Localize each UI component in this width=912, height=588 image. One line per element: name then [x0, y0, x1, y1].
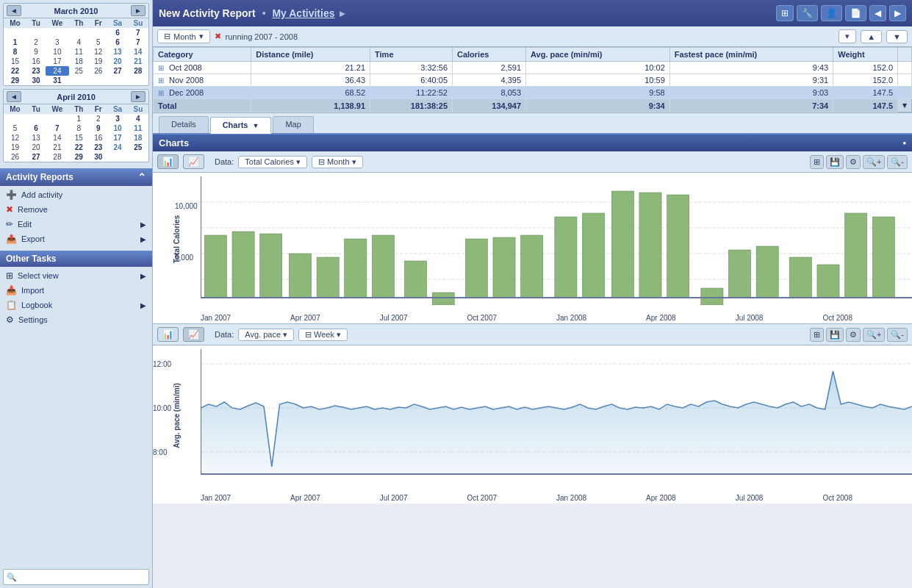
filter-bar: ⊟ Month ▾ ✖ running 2007 - 2008 ▾ ▲ ▼	[153, 26, 912, 47]
chart1-data-button[interactable]: Total Calories ▾	[238, 156, 307, 168]
sidebar-item-edit[interactable]: ✏ Edit ▶	[0, 217, 152, 232]
filter-remove-icon[interactable]: ✖	[215, 32, 221, 41]
chart1-zoom-in[interactable]: 🔍+	[863, 155, 885, 169]
sidebar-search-section: 🔍	[0, 566, 152, 588]
cell-total-weight: 147.5	[833, 99, 898, 112]
tab-details[interactable]: Details	[159, 116, 209, 133]
filter-dropdown-button[interactable]: ▾	[839, 29, 856, 43]
chart1-x-apr2007: Apr 2007	[290, 314, 320, 322]
sidebar-item-settings[interactable]: ⚙ Settings	[0, 312, 152, 327]
sidebar: ◄ March 2010 ► Mo Tu We Th Fr Sa Su	[0, 0, 153, 588]
cal-day[interactable]	[4, 28, 26, 37]
chart1-data-value: Total Calories	[245, 157, 294, 166]
logbook-icon: 📋	[6, 300, 17, 310]
cell-total-distance: 1,138.91	[251, 99, 370, 112]
col-time: Time	[370, 48, 453, 62]
chart2-x-jul2007: Jul 2007	[380, 494, 408, 502]
svg-rect-10	[317, 257, 339, 298]
expand-icon[interactable]: ⊞	[158, 89, 164, 97]
col-su: Su	[128, 18, 148, 28]
scroll-down-button[interactable]: ▼	[886, 30, 908, 43]
cal-prev-button-2[interactable]: ◄	[7, 91, 21, 102]
col-weight: Weight	[833, 48, 898, 62]
tab-dropdown-arrow: ▼	[253, 122, 259, 129]
user-button[interactable]: 👤	[821, 5, 842, 21]
tab-map[interactable]: Map	[273, 116, 313, 133]
chart1-x-jul2007: Jul 2007	[380, 314, 408, 322]
settings-label: Settings	[18, 315, 48, 324]
chart1-x-oct2007: Oct 2007	[467, 314, 497, 322]
settings-icon: ⚙	[6, 315, 14, 325]
chart1-tool3[interactable]: ⚙	[846, 155, 861, 169]
chart1-period-button[interactable]: ⊟ Month ▾	[312, 156, 363, 168]
cell-weight: 152.0	[833, 62, 898, 74]
chart1-period-arrow: ▾	[352, 157, 356, 167]
table-row-selected[interactable]: ⊞ Dec 2008 68.52 11:22:52 8,053 9:58 9:0…	[154, 87, 912, 99]
chart2-controls: 📊 📈 Data: Avg. pace ▾ ⊟ Week ▾ ⊞ 💾 ⚙ 🔍+ …	[153, 323, 912, 345]
chart2-period-icon: ⊟	[305, 330, 312, 340]
search-input[interactable]	[19, 571, 146, 583]
sidebar-item-remove[interactable]: ✖ Remove	[0, 202, 152, 217]
calendar-april-2010: ◄ April 2010 ► MoTuWeThFr SaSu 1234 5678	[3, 89, 149, 162]
chart2-data-button[interactable]: Avg. pace ▾	[238, 329, 294, 341]
chart2-x-jan2007: Jan 2007	[201, 494, 231, 502]
charts-header: Charts ▪	[153, 135, 912, 151]
chart2-x-jul2008: Jul 2008	[736, 494, 764, 502]
cell-scroll	[898, 87, 912, 99]
tab-charts[interactable]: Charts ▼	[210, 117, 272, 134]
chart2-tool2[interactable]: 💾	[826, 328, 844, 342]
chart1-tool2[interactable]: 💾	[826, 155, 844, 169]
chart2-zoom-in[interactable]: 🔍+	[863, 328, 885, 342]
chart2-tool1[interactable]: ⊞	[810, 328, 824, 342]
logbook-label: Logbook	[21, 301, 52, 309]
table-row[interactable]: ⊞ Oct 2008 21.21 3:32:56 2,591 10:02 9:4…	[154, 62, 912, 74]
chart1-x-jan2007: Jan 2007	[201, 314, 231, 322]
chart2-period-label: Week	[314, 330, 334, 339]
sidebar-item-import[interactable]: 📥 Import	[0, 283, 152, 298]
cell-distance: 21.21	[251, 62, 370, 74]
cal-prev-button[interactable]: ◄	[7, 5, 21, 16]
chart1-data-arrow: ▾	[296, 157, 301, 167]
sidebar-item-add-activity[interactable]: ➕ Add activity	[0, 187, 152, 202]
chart2-period-button[interactable]: ⊟ Week ▾	[298, 329, 348, 341]
chart1-x-oct2008: Oct 2008	[822, 314, 852, 322]
add-activity-icon: ➕	[6, 190, 17, 200]
cell-time: 3:32:56	[370, 62, 453, 74]
import-label: Import	[21, 286, 44, 295]
sidebar-item-export[interactable]: 📤 Export ▶	[0, 232, 152, 246]
forward-button[interactable]: ▶	[889, 5, 906, 21]
chart2-svg	[201, 349, 912, 481]
chart1-bar-type-button[interactable]: 📊	[157, 154, 179, 169]
cal-next-button-2[interactable]: ►	[131, 91, 146, 102]
expand-icon[interactable]: ⊞	[158, 76, 164, 85]
table-row[interactable]: ⊞ Nov 2008 36.43 6:40:05 4,395 10:59 9:3…	[154, 74, 912, 87]
tools-button[interactable]: 🔧	[797, 5, 818, 21]
chart1-line-type-button[interactable]: 📈	[183, 154, 204, 169]
scroll-up-button[interactable]: ▲	[861, 30, 882, 43]
topbar-title-area: New Activity Report • My Activities ▸	[159, 7, 776, 19]
grid-view-button[interactable]: ⊞	[776, 5, 794, 21]
export-button[interactable]: 📄	[845, 5, 866, 21]
cal-next-button[interactable]: ►	[131, 5, 146, 16]
chart2-line-type-button[interactable]: 📈	[183, 327, 204, 342]
minimize-button[interactable]: ▪	[902, 137, 906, 148]
data-table-wrapper: Category Distance (mile) Time Calories A…	[153, 47, 912, 113]
chart2-zoom-out[interactable]: 🔍-	[887, 328, 908, 342]
chart2-tool3[interactable]: ⚙	[846, 328, 861, 342]
sidebar-item-logbook[interactable]: 📋 Logbook ▶	[0, 298, 152, 312]
chart1-controls: 📊 📈 Data: Total Calories ▾ ⊟ Month ▾ ⊞ 💾…	[153, 151, 912, 173]
cell-calories: 8,053	[453, 87, 526, 99]
chart1-zoom-out[interactable]: 🔍-	[887, 155, 908, 169]
expand-icon[interactable]: ⊞	[158, 64, 164, 72]
topbar-breadcrumb[interactable]: My Activities	[272, 7, 334, 19]
cell-total-avg-pace: 9:34	[526, 99, 670, 112]
svg-rect-28	[845, 213, 867, 298]
cell-calories: 2,591	[453, 62, 526, 74]
back-button[interactable]: ◀	[869, 5, 886, 21]
chart1-tool1[interactable]: ⊞	[810, 155, 824, 169]
other-tasks-menu: ⊞ Select view ▶ 📥 Import 📋 Logbook ▶ ⚙ S…	[0, 267, 152, 329]
chart2-bar-type-button[interactable]: 📊	[157, 327, 179, 342]
view-mode-button[interactable]: ⊟ Month ▾	[157, 29, 210, 43]
sidebar-item-select-view[interactable]: ⊞ Select view ▶	[0, 268, 152, 283]
activity-reports-chevron[interactable]: ⌃	[137, 171, 146, 183]
